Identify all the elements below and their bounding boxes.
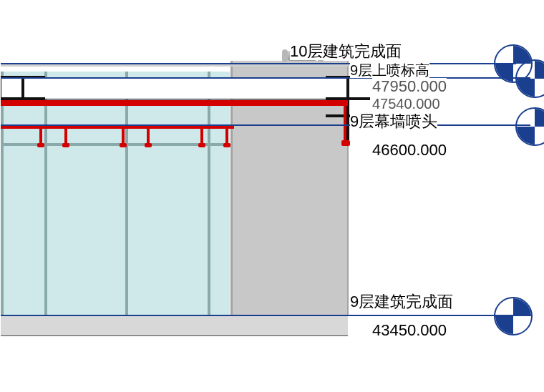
level-label: 9层上喷标高 xyxy=(350,62,429,78)
level-line xyxy=(1,124,530,126)
level-line xyxy=(1,77,530,79)
level-elev: 47950.000 xyxy=(372,78,447,95)
beam-web xyxy=(346,100,349,140)
level-marker-icon xyxy=(515,59,544,98)
floor-slab xyxy=(1,315,348,336)
slab xyxy=(1,78,349,99)
sprinkler-head-icon xyxy=(62,143,69,147)
sprinkler-drop xyxy=(200,126,203,144)
beam-web xyxy=(346,79,349,97)
level-marker-icon xyxy=(515,107,544,146)
transom xyxy=(1,143,230,146)
cw-sprinkler-drop xyxy=(344,106,346,142)
level-marker-icon xyxy=(494,297,533,335)
mullion xyxy=(44,72,47,315)
mullion xyxy=(125,72,128,315)
level-line xyxy=(1,63,516,64)
sprinkler-branch xyxy=(1,126,234,129)
sprinkler-head-icon xyxy=(198,143,205,147)
mullion xyxy=(208,72,210,315)
level-label: 9层建筑完成面 xyxy=(350,293,453,310)
level-elev: 46600.000 xyxy=(372,142,447,159)
sprinkler-head-icon xyxy=(37,143,44,147)
beam-web xyxy=(21,79,24,97)
sprinkler-head-icon xyxy=(223,143,230,147)
sprinkler-drop xyxy=(64,126,67,144)
mullion xyxy=(1,72,4,315)
sprinkler-drop xyxy=(225,126,228,144)
level-line xyxy=(1,315,516,316)
level-elev: 47540.000 xyxy=(372,96,440,112)
duct-cap xyxy=(282,49,288,62)
section-view: 10层建筑完成面 9层上喷标高 47950.000 47540.000 9层幕墙… xyxy=(0,0,544,392)
cw-sprinkler-head-icon xyxy=(341,140,350,146)
sprinkler-drop xyxy=(39,126,42,144)
curtain-wall-glass xyxy=(1,72,230,315)
sprinkler-head-icon xyxy=(145,143,152,147)
sprinkler-drop xyxy=(147,126,150,144)
level-label: 9层幕墙喷头 xyxy=(350,113,437,130)
sprinkler-main xyxy=(1,100,348,106)
level-elev: 43450.000 xyxy=(372,322,447,339)
level-label: 10层建筑完成面 xyxy=(290,43,402,60)
sprinkler-head-icon xyxy=(120,143,127,147)
sprinkler-drop xyxy=(122,126,125,144)
